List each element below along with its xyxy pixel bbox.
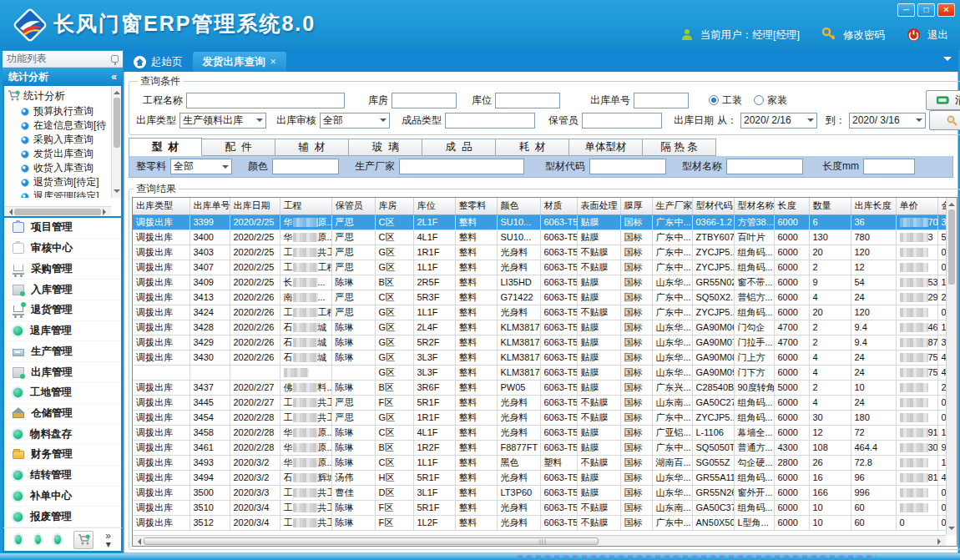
- close-button[interactable]: ✕: [937, 3, 955, 17]
- material-tab-7[interactable]: 单体型材: [569, 139, 643, 156]
- column-header[interactable]: 数量: [809, 198, 851, 214]
- sidebar-item-3[interactable]: 采购管理: [4, 259, 121, 280]
- column-header[interactable]: 材质: [540, 198, 577, 214]
- sidebar-item-13[interactable]: 结转管理: [4, 466, 121, 487]
- column-header[interactable]: 生产厂家: [652, 198, 692, 214]
- table-row[interactable]: 调拨出库34942020/3/2石辉城汤伟H区5R1F整料光身料6063-T5贴…: [133, 470, 956, 485]
- key-icon[interactable]: [821, 27, 836, 44]
- column-header[interactable]: 颜色: [497, 198, 540, 214]
- tree-item[interactable]: 采购入库查询: [8, 133, 119, 147]
- sidebar-item-5[interactable]: 退货管理: [4, 300, 121, 321]
- sidebar-item-15[interactable]: 报废管理: [4, 507, 121, 527]
- material-tab-5[interactable]: 成 品: [422, 139, 496, 156]
- table-row[interactable]: 调拨出库34582020/2/28华原...陈琳C区4L1F整料光身料6063-…: [133, 425, 956, 440]
- jiazhuang-label[interactable]: 家装: [767, 93, 787, 108]
- material-tab-1[interactable]: 型 材: [129, 138, 202, 156]
- change-password-link[interactable]: 修改密码: [843, 28, 885, 43]
- sidebar-item-4[interactable]: 入库管理: [4, 280, 121, 300]
- overflow-chevron[interactable]: »▾: [105, 532, 111, 548]
- table-row[interactable]: 调拨出库34032020/2/25工共工程严思G区1R1F整料光身料6063-T…: [133, 245, 956, 260]
- date-to-picker[interactable]: 2020/ 3/16: [849, 113, 926, 129]
- column-header[interactable]: 出库日期: [230, 198, 280, 214]
- table-row[interactable]: 调拨出库34092020/2/25长...陈琳B区2R5F整料LI35HD606…: [133, 275, 956, 290]
- clear-conditions-button[interactable]: 清空条件: [926, 90, 960, 110]
- gongzhuang-label[interactable]: 工装: [722, 93, 742, 108]
- minimize-button[interactable]: ─: [897, 3, 915, 17]
- power-icon[interactable]: [907, 28, 921, 44]
- tab-shipment-outbound-query[interactable]: 发货出库查询 ×: [193, 52, 286, 72]
- column-header[interactable]: 型材代码: [692, 198, 734, 214]
- project-name-input[interactable]: [186, 93, 345, 108]
- tree-item[interactable]: 退货查询[待定]: [8, 175, 119, 189]
- column-header[interactable]: 长度: [774, 198, 809, 214]
- tree-item[interactable]: 预算执行查询: [8, 104, 119, 119]
- table-row[interactable]: 调拨出库34452020/2/27工共工程严思F区5R1F整料光身料6063-T…: [133, 395, 956, 410]
- order-no-input[interactable]: [634, 93, 689, 108]
- tree-vertical-scrollbar[interactable]: [111, 86, 121, 198]
- table-row[interactable]: 调拨出库34372020/2/27佛料...陈琳B区3R6F整料PW056063…: [133, 380, 956, 395]
- table-vertical-scrollbar[interactable]: [946, 198, 957, 535]
- location-input[interactable]: [495, 93, 560, 108]
- table-row[interactable]: 调拨出库34292020/2/26石城陈琳G区5R2F整料KLM38176063…: [133, 335, 956, 350]
- length-input[interactable]: [863, 159, 915, 174]
- material-tab-4[interactable]: 玻 璃: [349, 139, 422, 156]
- column-header[interactable]: 单价: [896, 198, 937, 214]
- manufacturer-input[interactable]: [399, 159, 524, 174]
- material-tab-8[interactable]: 隔 热 条: [643, 139, 716, 156]
- tab-home[interactable]: 起始页: [124, 52, 193, 72]
- tab-overflow-arrow-icon[interactable]: [943, 57, 952, 65]
- product-type-input[interactable]: [445, 113, 535, 129]
- table-row[interactable]: G区3L3F整料KLM38176063-T5贴膜国标山东华...GA90M09.…: [133, 365, 956, 380]
- column-header[interactable]: 膜厚: [620, 198, 652, 214]
- table-row[interactable]: 调拨出库34542020/2/28工共工程严思G区1R1F整料光身料6063-T…: [133, 410, 956, 425]
- column-header[interactable]: 整零料: [455, 198, 497, 214]
- tree-root[interactable]: 统计分析: [8, 88, 119, 104]
- table-row[interactable]: 调拨出库34242020/2/26工工程严思G区1L1F整料光身料6063-T5…: [133, 305, 956, 320]
- sidebar-item-8[interactable]: 出库管理: [4, 362, 121, 383]
- whole-part-select[interactable]: 全部: [170, 159, 232, 174]
- column-header[interactable]: 出库单号: [189, 198, 230, 214]
- tree-item[interactable]: 在途信息查询[待: [8, 119, 119, 133]
- table-row[interactable]: 调拨出库35002020/3/3工共工程曹佳D区3L1F整料LT3P606063…: [133, 485, 956, 500]
- tree-item[interactable]: 收货入库查询: [8, 161, 119, 175]
- table-row[interactable]: 调拨出库35102020/3/4工共工程陈琳F区5R1F整料光身料6063-T5…: [133, 500, 956, 515]
- sidebar-item-6[interactable]: 退库管理: [4, 321, 121, 342]
- keeper-input[interactable]: [582, 113, 662, 129]
- profile-code-input[interactable]: [589, 159, 666, 174]
- table-row[interactable]: 调拨出库34072020/2/25工工程严思G区1L1F整料光身料6063-T5…: [133, 260, 956, 275]
- jiazhuang-radio[interactable]: [754, 95, 764, 105]
- green-dot-icon[interactable]: [53, 534, 62, 545]
- table-horizontal-scrollbar[interactable]: |||: [133, 535, 946, 546]
- cart-toolbar-button[interactable]: [73, 531, 93, 549]
- sidebar-item-10[interactable]: 仓储管理: [4, 404, 121, 425]
- profile-name-input[interactable]: [726, 159, 803, 174]
- material-tab-6[interactable]: 耗 材: [496, 139, 569, 156]
- sidebar-item-1[interactable]: 项目管理: [4, 218, 121, 239]
- table-row[interactable]: 调拨出库34932020/3/2华原...陈琳C区1L1F整料黑色塑料不贴膜国标…: [133, 455, 956, 470]
- column-header[interactable]: 库位: [413, 198, 455, 214]
- tab-close-icon[interactable]: ×: [270, 56, 276, 68]
- table-row[interactable]: 调拨出库34612020/2/28华原...陈琳B区1R2F整料F8877FT6…: [133, 440, 956, 455]
- sidebar-item-2[interactable]: 审核中心: [4, 239, 121, 260]
- sidebar-item-14[interactable]: 补单中心: [4, 487, 121, 507]
- date-from-picker[interactable]: 2020/ 2/16: [740, 113, 817, 129]
- gongzhuang-radio[interactable]: [709, 95, 719, 105]
- tree-item[interactable]: 发货出库查询: [8, 147, 119, 161]
- sidebar-group-header[interactable]: 统计分析 «: [3, 68, 123, 86]
- search-button[interactable]: 查 询: [929, 110, 960, 130]
- sidebar-item-11[interactable]: 物料盘存: [4, 424, 121, 445]
- maximize-button[interactable]: □: [917, 3, 935, 17]
- warehouse-input[interactable]: [392, 93, 457, 108]
- collapse-icon[interactable]: «: [111, 71, 117, 83]
- table-row[interactable]: 调拨出库34002020/2/25华原...严思C区4L1F整料SU10...6…: [133, 230, 956, 245]
- table-row[interactable]: 调拨出库34132020/2/26南...严思C区5R3F整料G71422606…: [133, 290, 956, 305]
- table-row[interactable]: 调拨出库34302020/2/26石城陈琳G区3L3F整料KLM38176063…: [133, 350, 956, 365]
- out-audit-select[interactable]: 全部: [320, 113, 390, 129]
- table-row[interactable]: 调拨出库33992020/2/25华原...严思C区2L1F整料SU10...6…: [133, 214, 956, 230]
- logout-link[interactable]: 退出: [927, 28, 948, 43]
- tree-item[interactable]: 退库管理[待定]: [8, 189, 119, 198]
- table-row[interactable]: 调拨出库34282020/2/26石城陈琳G区2L4F整料KLM38176063…: [133, 320, 956, 335]
- column-header[interactable]: 出库长度: [851, 198, 896, 214]
- column-header[interactable]: 出库类型: [133, 198, 189, 214]
- column-header[interactable]: 库房: [375, 198, 413, 214]
